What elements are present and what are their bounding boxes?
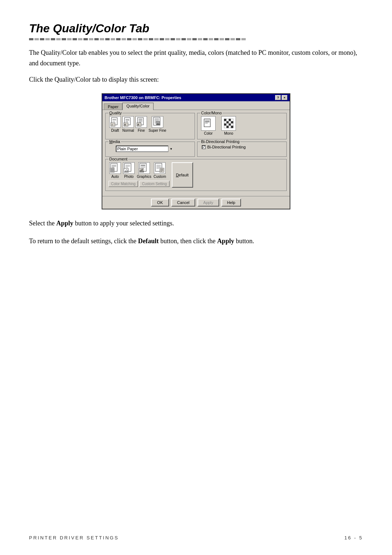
media-select-wrapper[interactable]: Plain Paper ▼ [116, 146, 174, 152]
svg-rect-30 [205, 123, 208, 124]
quality-superfine-item[interactable]: Super Fine [148, 116, 166, 132]
after-text-2: To return to the default settings, click… [29, 236, 363, 246]
svg-rect-43 [231, 123, 233, 126]
dialog-titlebar: Brother MFC7300 on BRMFC: Properties ? × [102, 94, 290, 101]
color-matching-button[interactable]: Color Matching [109, 181, 138, 187]
quality-fine-item[interactable]: A Fine [135, 116, 147, 132]
svg-text:A: A [124, 123, 126, 126]
document-auto-item[interactable]: Auto [109, 162, 121, 179]
svg-rect-38 [229, 121, 231, 123]
svg-text:A: A [137, 123, 139, 126]
title-divider [29, 38, 363, 40]
document-graphics-icon [138, 162, 150, 174]
bi-directional-checkbox[interactable]: ✓ [202, 145, 206, 149]
help-button[interactable]: Help [221, 199, 241, 207]
dialog-window: Brother MFC7300 on BRMFC: Properties ? ×… [102, 93, 290, 209]
apply-bold-1: Apply [56, 220, 73, 227]
svg-rect-44 [224, 126, 226, 128]
document-photo-label: Photo [124, 175, 134, 179]
default-button[interactable]: Default [172, 162, 193, 188]
svg-rect-32 [224, 119, 226, 121]
svg-rect-37 [226, 121, 229, 123]
titlebar-buttons: ? × [275, 95, 287, 100]
document-photo-icon [123, 162, 135, 174]
color-mono-group: Color/Mono [197, 113, 287, 139]
svg-point-60 [126, 169, 127, 171]
svg-rect-46 [229, 126, 231, 128]
svg-rect-42 [229, 123, 231, 126]
color-mono-color-label: Color [204, 131, 213, 135]
dialog-title: Brother MFC7300 on BRMFC: Properties [105, 95, 181, 100]
cancel-button[interactable]: Cancel [171, 199, 195, 207]
svg-rect-40 [224, 123, 226, 126]
quality-normal-item[interactable]: A Normal [122, 116, 134, 132]
dialog-bottom-bar: OK Cancel Apply Help [102, 196, 290, 209]
top-row: Quality A [105, 113, 287, 142]
svg-rect-47 [231, 126, 233, 128]
media-select[interactable]: Plain Paper [116, 146, 174, 152]
svg-rect-69 [141, 170, 142, 172]
document-icons-row: Auto [109, 161, 170, 179]
svg-rect-35 [231, 119, 233, 121]
footer-left: PRINTER DRIVER SETTINGS [29, 535, 119, 540]
apply-button[interactable]: Apply [197, 199, 219, 207]
svg-rect-34 [229, 119, 231, 121]
document-graphics-label: Graphics [137, 175, 151, 179]
close-titlebar-button[interactable]: × [282, 95, 287, 100]
quality-fine-icon: A [135, 116, 147, 128]
document-left: Auto [109, 161, 170, 188]
bi-directional-checkbox-row: ✓ Bi-Directional Printing [200, 143, 283, 150]
document-group: Document [105, 159, 287, 191]
bi-directional-checkbox-label: Bi-Directional Printing [207, 145, 246, 149]
dialog-tabs: Paper Quality/Color [102, 101, 290, 110]
default-bold: Default [138, 237, 159, 245]
footer-right: 16 - 5 [344, 535, 363, 540]
quality-normal-icon: A [122, 116, 134, 128]
document-auto-icon [109, 162, 121, 174]
quality-draft-icon: A [109, 116, 121, 128]
bi-directional-group: Bi-Directional Printing ✓ Bi-Directional… [197, 142, 287, 157]
tab-quality-color[interactable]: Quality/Color [122, 103, 154, 110]
quality-draft-item[interactable]: A Draft [109, 116, 121, 132]
help-titlebar-button[interactable]: ? [275, 95, 281, 100]
color-mono-group-label: Color/Mono [200, 111, 222, 115]
media-group: Media Plain Paper ▼ [105, 142, 195, 157]
document-action-buttons: Color Matching Custom Setting [109, 179, 170, 188]
document-graphics-item[interactable]: Graphics [137, 162, 151, 179]
mono-icon [221, 116, 236, 131]
page-title: The Quality/Color Tab [29, 22, 363, 35]
document-inner: Auto [109, 161, 283, 188]
page-content: The Quality/Color Tab The Quality/Color … [0, 0, 392, 280]
document-photo-item[interactable]: Photo [123, 162, 135, 179]
quality-group-label: Quality [109, 111, 122, 115]
document-auto-label: Auto [111, 175, 119, 179]
ok-button[interactable]: OK [151, 199, 169, 207]
intro-text-1: The Quality/Color tab enables you to sel… [29, 48, 363, 69]
svg-rect-41 [226, 123, 229, 126]
media-group-label: Media [109, 139, 121, 144]
svg-rect-45 [226, 126, 229, 128]
custom-setting-button[interactable]: Custom Setting [139, 181, 169, 187]
after-text-1: Select the Apply button to apply your se… [29, 218, 363, 229]
default-button-label: Default [176, 173, 189, 177]
default-btn-area: Default [172, 161, 193, 188]
quality-draft-label: Draft [111, 128, 119, 132]
color-mono-mono-label: Mono [224, 131, 233, 135]
quality-icons-row: A Draft [109, 115, 192, 133]
svg-rect-70 [142, 169, 143, 172]
document-custom-item[interactable]: Custom [154, 162, 166, 179]
svg-rect-28 [205, 120, 209, 121]
svg-rect-33 [226, 119, 229, 121]
bi-directional-group-label: Bi-Directional Printing [200, 139, 240, 144]
tab-paper[interactable]: Paper [104, 103, 122, 110]
dialog-body: Quality A [102, 110, 290, 196]
intro-text-2: Click the Quality/Color tab to display t… [29, 74, 363, 85]
color-mono-color-item[interactable]: Color [201, 116, 216, 135]
color-mono-icons-row: Color [200, 115, 283, 136]
quality-normal-label: Normal [122, 128, 134, 132]
svg-rect-36 [224, 121, 226, 123]
color-mono-mono-item[interactable]: Mono [221, 116, 236, 135]
svg-rect-39 [231, 121, 233, 123]
document-group-label: Document [109, 157, 128, 161]
media-row: Plain Paper ▼ [109, 143, 192, 154]
